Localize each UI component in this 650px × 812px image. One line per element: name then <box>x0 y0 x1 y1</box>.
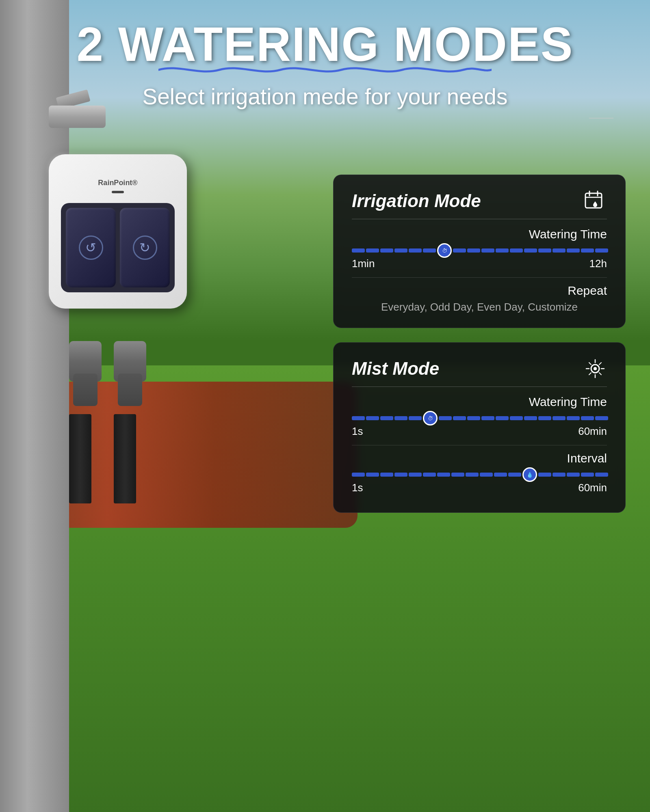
mist-watering-labels: 1s 60min <box>352 425 607 438</box>
seg <box>366 416 379 420</box>
seg <box>352 416 365 420</box>
device-button-right[interactable]: ↻ <box>120 208 170 287</box>
seg <box>581 473 594 477</box>
seg <box>409 473 422 477</box>
seg <box>552 248 566 253</box>
device-body: RainPoint® ↺ ↻ <box>49 154 187 309</box>
seg <box>508 473 521 477</box>
seg <box>524 248 537 253</box>
irrigation-slider-thumb[interactable]: ⏱ <box>437 243 452 258</box>
seg <box>481 248 494 253</box>
irrigation-divider-1 <box>352 219 607 219</box>
seg <box>380 473 393 477</box>
seg <box>595 473 608 477</box>
seg <box>581 416 594 420</box>
seg <box>409 248 422 253</box>
mist-interval-thumb[interactable]: 💧 <box>522 467 537 482</box>
svg-line-12 <box>589 373 591 375</box>
seg <box>439 416 452 420</box>
seg <box>595 248 608 253</box>
top-divider-line <box>589 118 613 119</box>
seg <box>451 473 464 477</box>
irrigation-card-header: Irrigation Mode <box>352 189 607 213</box>
repeat-options: Everyday, Odd Day, Even Day, Customize <box>352 301 607 313</box>
seg <box>366 473 379 477</box>
seg <box>409 416 422 420</box>
device-left-icon: ↺ <box>79 235 103 260</box>
seg <box>423 248 436 253</box>
connector-left <box>69 341 102 382</box>
seg <box>567 248 580 253</box>
mist-divider-2 <box>352 445 607 445</box>
irrigation-slider-labels: 1min 12h <box>352 257 607 270</box>
seg <box>538 473 551 477</box>
seg <box>366 248 379 253</box>
mist-watering-time-label: Watering Time <box>352 395 607 409</box>
seg <box>552 416 566 420</box>
clock-icon: ⏱ <box>442 248 447 254</box>
mist-watering-thumb[interactable]: ⏱ <box>423 411 438 425</box>
seg <box>466 473 479 477</box>
seg <box>467 416 480 420</box>
page-header: 2 WATERING MODES Select irrigation mede … <box>0 0 650 110</box>
info-cards-container: Irrigation Mode Watering Time <box>333 175 626 527</box>
irrigation-time-max: 12h <box>589 257 607 270</box>
seg <box>437 473 450 477</box>
mist-watering-slider[interactable]: ⏱ 1s 60min <box>352 414 607 438</box>
device-brand-label: RainPoint® <box>98 179 137 187</box>
svg-line-10 <box>599 373 601 375</box>
device-indicator <box>112 191 124 193</box>
device-right-icon: ↻ <box>133 235 157 260</box>
mist-interval-max: 60min <box>578 482 607 494</box>
seg <box>567 416 580 420</box>
seg <box>494 473 507 477</box>
mist-card-title: Mist Mode <box>352 358 439 379</box>
device-buttons-panel: ↺ ↻ <box>61 203 175 292</box>
watering-time-label: Watering Time <box>352 227 607 241</box>
seg <box>538 248 551 253</box>
mist-interval-min: 1s <box>352 482 363 494</box>
mist-card: Mist Mode Watering Time <box>333 342 626 513</box>
seg <box>352 248 365 253</box>
seg <box>496 416 509 420</box>
repeat-label: Repeat <box>352 284 607 298</box>
mist-interval-slider[interactable]: 💧 1s 60min <box>352 470 607 494</box>
seg <box>538 416 551 420</box>
seg <box>510 416 523 420</box>
seg <box>423 473 436 477</box>
seg <box>581 248 594 253</box>
seg <box>380 248 393 253</box>
mist-watering-max: 60min <box>578 425 607 438</box>
seg <box>510 248 523 253</box>
seg <box>467 248 480 253</box>
irrigation-slider[interactable]: ⏱ 1min 12h <box>352 246 607 270</box>
device: RainPoint® ↺ ↻ <box>49 154 187 309</box>
seg <box>595 416 608 420</box>
seg <box>567 473 580 477</box>
mist-card-header: Mist Mode <box>352 357 607 380</box>
irrigation-card: Irrigation Mode Watering Time <box>333 175 626 328</box>
wave-svg <box>158 64 492 76</box>
seg <box>394 248 407 253</box>
seg <box>352 473 365 477</box>
irrigation-card-title: Irrigation Mode <box>352 191 481 211</box>
calendar-water-icon <box>583 189 607 213</box>
seg <box>481 416 494 420</box>
seg <box>524 416 537 420</box>
page-subtitle: Select irrigation mede for your needs <box>0 84 650 110</box>
drop-icon: 💧 <box>526 472 533 478</box>
device-button-left[interactable]: ↺ <box>66 208 116 287</box>
seg <box>394 473 407 477</box>
svg-line-9 <box>589 363 591 365</box>
irrigation-divider-2 <box>352 277 607 278</box>
mist-interval-slider-track: 💧 <box>352 470 607 479</box>
connector-right <box>114 341 146 382</box>
seg <box>552 473 566 477</box>
seg <box>453 248 466 253</box>
seg <box>394 416 407 420</box>
cable-right <box>114 414 136 503</box>
clock-icon-2: ⏱ <box>428 415 433 421</box>
mist-divider-1 <box>352 387 607 387</box>
irrigation-slider-track: ⏱ <box>352 246 607 255</box>
seg <box>480 473 493 477</box>
